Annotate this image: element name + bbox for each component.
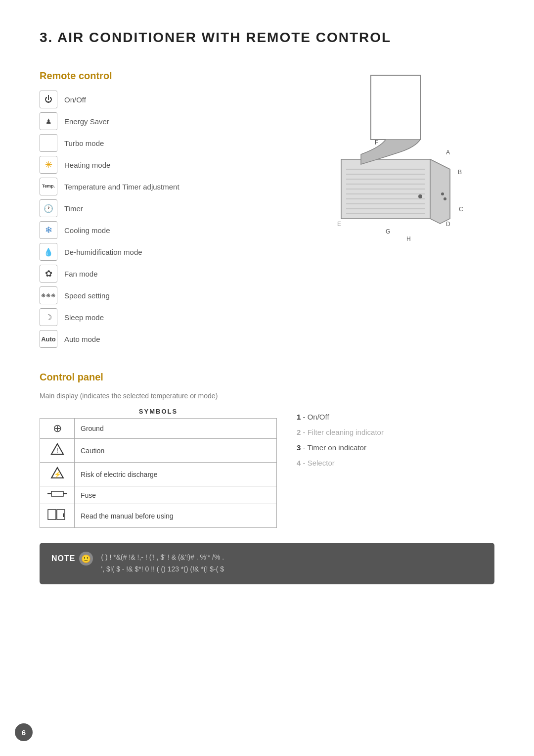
panel-item-3: 3 - Timer on indicator xyxy=(297,443,494,452)
list-item: Turbo mode xyxy=(40,134,277,152)
dehum-icon: 💧 xyxy=(40,243,57,261)
list-item: ❋❋❋ Speed setting xyxy=(40,286,277,304)
panel-item-separator: - xyxy=(303,459,308,467)
svg-text:F: F xyxy=(375,139,378,146)
note-section: NOTE 🙂 ( ) ! *&(# !& !,- ! ('! , $' ! & … xyxy=(40,543,494,584)
panel-item-separator: - xyxy=(303,428,308,436)
manual-icon: i xyxy=(40,504,75,528)
item-label: De-humidification mode xyxy=(64,248,142,256)
symbols-table-section: SYMBOLS ⊕ Ground ! xyxy=(40,408,277,528)
note-line-2: ', $!( $ - !& $*! 0 !! ( () 123 *() (!& … xyxy=(101,564,224,575)
control-panel-section: Control panel Main display (indicates th… xyxy=(40,372,494,528)
svg-text:B: B xyxy=(458,169,462,176)
symbols-table: ⊕ Ground ! Caution xyxy=(40,418,277,528)
svg-text:H: H xyxy=(406,236,411,242)
item-label: Temperature and Timer adjustment xyxy=(64,183,179,191)
fuse-symbol-icon xyxy=(47,490,67,498)
svg-text:E: E xyxy=(337,221,341,228)
symbol-label: Caution xyxy=(75,439,277,463)
panel-item-label: Filter cleaning indicator xyxy=(308,428,384,436)
svg-text:G: G xyxy=(386,228,390,235)
svg-point-20 xyxy=(441,192,444,195)
speed-setting-icon: ❋❋❋ xyxy=(40,286,57,304)
discharge-triangle-icon: ⚡ xyxy=(50,466,64,480)
temp-icon: Temp. xyxy=(40,178,57,195)
item-label: Fan mode xyxy=(64,270,98,278)
panel-item-label: Selector xyxy=(308,459,335,467)
panel-item-number: 3 xyxy=(297,443,301,452)
panel-item-number: 4 xyxy=(297,459,301,467)
control-panel-title: Control panel xyxy=(40,372,494,383)
symbol-label: Read the manual before using xyxy=(75,504,277,528)
list-item: 🕐 Timer xyxy=(40,199,277,217)
energy-saver-icon: ♟ xyxy=(40,112,57,130)
panel-item-number: 1 xyxy=(297,413,301,421)
note-content: ( ) ! *&(# !& !,- ! ('! , $' ! & (&'!)# … xyxy=(101,552,224,575)
svg-text:D: D xyxy=(446,221,450,228)
table-row: ⚡ Risk of electric discharge xyxy=(40,463,277,486)
panel-item-2: 2 - Filter cleaning indicator xyxy=(297,428,494,436)
item-label: On/Off xyxy=(64,95,86,104)
svg-rect-27 xyxy=(51,491,63,496)
table-row: Fuse xyxy=(40,486,277,504)
table-row: ! Caution xyxy=(40,439,277,463)
auto-mode-icon: Auto xyxy=(40,330,57,348)
svg-rect-0 xyxy=(371,75,420,140)
caution-icon: ! xyxy=(40,439,75,463)
item-label: Energy Saver xyxy=(64,117,109,126)
panel-item-label: Timer on indicator xyxy=(307,443,366,452)
ac-diagram-svg: A B C D E F G H xyxy=(312,70,480,248)
item-label: Speed setting xyxy=(64,291,110,300)
list-item: ⏻ On/Off xyxy=(40,91,277,108)
svg-point-19 xyxy=(418,194,422,198)
power-icon: ⏻ xyxy=(40,91,57,108)
svg-text:!: ! xyxy=(56,447,58,454)
heating-mode-icon: ✳ xyxy=(40,156,57,174)
fuse-icon xyxy=(40,486,75,504)
svg-rect-29 xyxy=(48,510,56,520)
panel-items-list: 1 - On/Off 2 - Filter cleaning indicator… xyxy=(297,408,494,474)
remote-control-list: ⏻ On/Off ♟ Energy Saver Turbo mode ✳ Hea… xyxy=(40,91,277,348)
turbo-icon xyxy=(40,134,57,152)
table-row: ⊕ Ground xyxy=(40,419,277,439)
table-row: i Read the manual before using xyxy=(40,504,277,528)
symbol-label: Ground xyxy=(75,419,277,439)
timer-icon: 🕐 xyxy=(40,199,57,217)
page-container: 3. AIR CONDITIONER WITH REMOTE CONTROL R… xyxy=(0,0,534,604)
panel-item-4: 4 - Selector xyxy=(297,459,494,467)
main-two-col: Remote control ⏻ On/Off ♟ Energy Saver T… xyxy=(40,70,494,352)
note-line-1: ( ) ! *&(# !& !,- ! ('! , $' ! & (&'!)# … xyxy=(101,552,224,564)
ac-illustration-section: A B C D E F G H xyxy=(297,70,494,352)
panel-item-label: On/Off xyxy=(308,413,329,421)
manual-book-icon: i xyxy=(47,508,68,521)
discharge-icon: ⚡ xyxy=(40,463,75,486)
item-label: Heating mode xyxy=(64,161,110,169)
page-title: 3. AIR CONDITIONER WITH REMOTE CONTROL xyxy=(40,30,494,46)
page-number: 6 xyxy=(15,723,33,741)
item-label: Turbo mode xyxy=(64,139,104,147)
symbol-label: Fuse xyxy=(75,486,277,504)
list-item: ✳ Heating mode xyxy=(40,156,277,174)
svg-text:A: A xyxy=(446,149,450,156)
panel-item-1: 1 - On/Off xyxy=(297,413,494,421)
list-item: Temp. Temperature and Timer adjustment xyxy=(40,178,277,195)
svg-point-21 xyxy=(444,197,446,200)
remote-control-section: Remote control ⏻ On/Off ♟ Energy Saver T… xyxy=(40,70,277,352)
item-label: Cooling mode xyxy=(64,226,110,235)
item-label: Timer xyxy=(64,204,83,213)
symbols-header: SYMBOLS xyxy=(40,408,277,415)
control-panel-subtitle: Main display (indicates the selected tem… xyxy=(40,392,494,400)
svg-text:⚡: ⚡ xyxy=(53,471,61,478)
fan-mode-icon: ✿ xyxy=(40,265,57,283)
symbol-label: Risk of electric discharge xyxy=(75,463,277,486)
bottom-two-col: SYMBOLS ⊕ Ground ! xyxy=(40,408,494,528)
item-label: Auto mode xyxy=(64,335,100,343)
note-text-label: NOTE xyxy=(51,554,75,563)
list-item: ❄ Cooling mode xyxy=(40,221,277,239)
item-label: Sleep mode xyxy=(64,313,104,322)
panel-item-separator: - xyxy=(303,413,308,421)
list-item: ♟ Energy Saver xyxy=(40,112,277,130)
svg-text:i: i xyxy=(63,513,64,518)
sleep-mode-icon: ☽ xyxy=(40,308,57,326)
ac-unit-diagram: A B C D E F G H xyxy=(312,70,480,248)
